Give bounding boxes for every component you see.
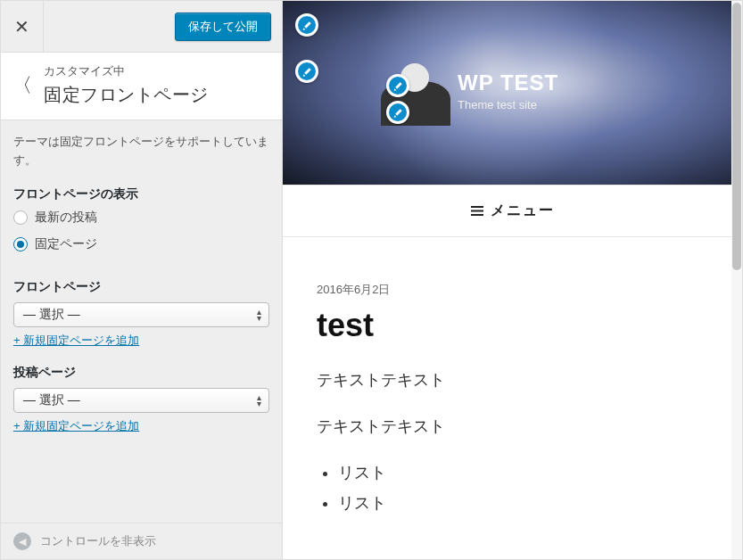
panel-description: テーマは固定フロントページをサポートしています。 [13, 133, 269, 170]
site-tagline: Theme test site [458, 98, 558, 111]
chevron-updown-icon: ▴▾ [257, 394, 261, 407]
radio-static-page[interactable]: 固定ページ [13, 236, 269, 252]
collapse-icon: ◀ [13, 532, 31, 550]
preview-pane: WP TEST Theme test site メニュー 2016年6月2日 t… [283, 1, 742, 559]
display-control-group: フロントページの表示 最新の投稿 固定ページ [13, 186, 269, 252]
customizer-app: ✕ 保存して公開 〈 カスタマイズ中 固定フロントページ テーマは固定フロントペ… [0, 0, 743, 560]
section-title: 固定フロントページ [44, 83, 269, 107]
breadcrumb: カスタマイズ中 [44, 63, 269, 79]
radio-icon [13, 237, 28, 251]
section-titles: カスタマイズ中 固定フロントページ [44, 63, 269, 107]
add-posts-page-link[interactable]: + 新規固定ページを追加 [13, 418, 139, 434]
select-value: — 選択 — [23, 307, 80, 323]
radio-label: 最新の投稿 [35, 210, 97, 226]
back-button[interactable]: 〈 [1, 63, 44, 107]
sidebar-header: ✕ 保存して公開 [1, 1, 282, 53]
hero-header: WP TEST Theme test site [283, 1, 742, 185]
edit-shortcut-icon[interactable] [386, 101, 409, 124]
front-page-group: フロントページ — 選択 — ▴▾ + 新規固定ページを追加 [13, 279, 269, 349]
posts-page-label: 投稿ページ [13, 365, 269, 381]
radio-latest-posts[interactable]: 最新の投稿 [13, 210, 269, 226]
add-front-page-link[interactable]: + 新規固定ページを追加 [13, 333, 139, 349]
list: リスト リスト [338, 462, 708, 514]
customizer-sidebar: ✕ 保存して公開 〈 カスタマイズ中 固定フロントページ テーマは固定フロントペ… [1, 1, 283, 559]
menu-label: メニュー [491, 202, 555, 218]
front-page-label: フロントページ [13, 279, 269, 295]
panel-body: テーマは固定フロントページをサポートしています。 フロントページの表示 最新の投… [1, 120, 282, 523]
paragraph: テキストテキスト [317, 369, 708, 391]
edit-shortcut-icon[interactable] [295, 60, 318, 83]
publish-button[interactable]: 保存して公開 [175, 12, 271, 41]
menu-toggle[interactable]: メニュー [283, 185, 742, 237]
post-body: テキストテキスト テキストテキスト リスト リスト [317, 369, 708, 514]
footer-label: コントロールを非表示 [40, 533, 156, 549]
scrollbar-track[interactable] [731, 1, 742, 559]
front-page-select[interactable]: — 選択 — ▴▾ [13, 302, 269, 327]
edit-shortcut-icon[interactable] [386, 74, 409, 97]
svg-rect-2 [471, 214, 483, 216]
site-branding: WP TEST Theme test site [458, 70, 558, 111]
list-item: リスト [338, 462, 708, 483]
hide-controls-button[interactable]: ◀ コントロールを非表示 [1, 523, 282, 559]
radio-icon [13, 210, 28, 225]
svg-rect-1 [471, 210, 483, 212]
svg-rect-0 [471, 206, 483, 208]
select-value: — 選択 — [23, 392, 80, 408]
close-button[interactable]: ✕ [1, 1, 44, 53]
display-label: フロントページの表示 [13, 186, 269, 202]
list-item: リスト [338, 492, 708, 514]
edit-shortcut-icon[interactable] [295, 13, 318, 37]
posts-page-group: 投稿ページ — 選択 — ▴▾ + 新規固定ページを追加 [13, 365, 269, 434]
post-date: 2016年6月2日 [317, 282, 708, 298]
radio-label: 固定ページ [35, 236, 97, 252]
posts-page-select[interactable]: — 選択 — ▴▾ [13, 388, 269, 413]
site-title: WP TEST [458, 70, 558, 95]
scrollbar-thumb[interactable] [732, 3, 741, 270]
section-header: 〈 カスタマイズ中 固定フロントページ [1, 53, 282, 120]
hamburger-icon [471, 203, 483, 219]
paragraph: テキストテキスト [317, 416, 708, 437]
chevron-updown-icon: ▴▾ [257, 309, 261, 321]
post-content: 2016年6月2日 test テキストテキスト テキストテキスト リスト リスト [283, 237, 742, 540]
post-title: test [317, 307, 708, 344]
